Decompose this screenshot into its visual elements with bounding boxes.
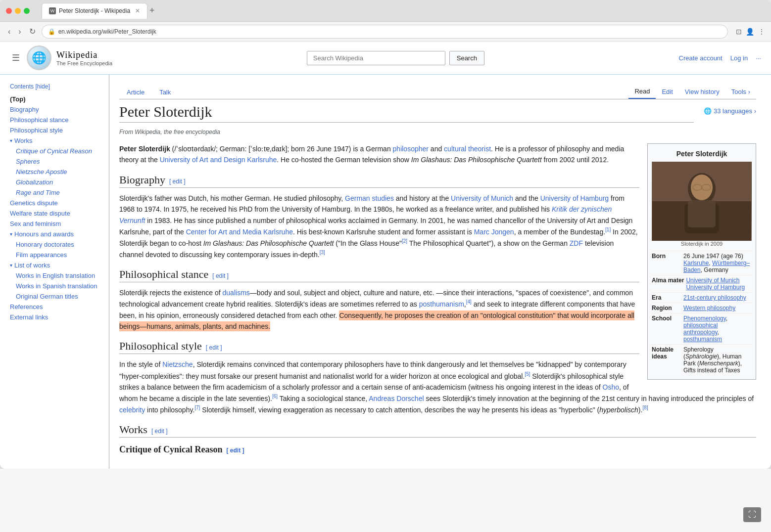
toc-item-philosophical-stance[interactable]: Philosophical stance [10, 115, 99, 125]
wiki-search-area: Search [307, 51, 484, 65]
wiki-header-right: Create account Log in ··· [679, 54, 761, 62]
philosophical-stance-title: Philosophical stance [119, 268, 208, 281]
toc-item-list-of-works[interactable]: ▾List of works [10, 260, 99, 270]
right-tabs: Read Edit View history Tools › [628, 85, 756, 99]
toc-item-top[interactable]: (Top) [10, 94, 99, 104]
works-title: Works [119, 423, 147, 436]
article-title-area: Peter Sloterdijk 🌐 33 languages › [119, 103, 756, 123]
tab-favicon: W [49, 7, 56, 14]
wiki-header: ☰ 🌐 Wikipedia The Free Encyclopedia Sear… [0, 42, 771, 75]
traffic-lights [6, 8, 30, 14]
more-button[interactable]: ··· [756, 54, 761, 62]
philosophical-style-heading: Philosophical style [ edit ] [119, 340, 639, 354]
tools-tab[interactable]: Tools › [725, 85, 756, 98]
philosophical-style-edit-link[interactable]: [ edit ] [206, 344, 222, 351]
toc-item-philosophical-style[interactable]: Philosophical style [10, 125, 99, 135]
toc-item-external-links[interactable]: External links [10, 312, 99, 322]
toc-item-english[interactable]: Works in English translation [10, 270, 99, 281]
tab-close-icon[interactable]: ✕ [135, 7, 140, 14]
svg-rect-5 [688, 200, 716, 227]
login-link[interactable]: Log in [730, 54, 748, 62]
toc-item-globalization[interactable]: Globalization [10, 177, 99, 187]
toc-item-honours[interactable]: ▾Honours and awards [10, 229, 99, 239]
toc-item-nietzsche[interactable]: Nietzsche Apostle [10, 167, 99, 177]
critique-heading: Critique of Cynical Reason [ edit ] [119, 444, 756, 455]
critique-edit-link[interactable]: [ edit ] [227, 447, 244, 454]
biography-title: Biography [119, 174, 165, 186]
wiki-logo-text: Wikipedia The Free Encyclopedia [56, 50, 112, 66]
forward-button[interactable]: › [16, 25, 23, 38]
works-heading: Works [ edit ] [119, 423, 756, 438]
infobox-row-school: School Phenomenology, philosophical anth… [652, 313, 752, 344]
maximize-button[interactable] [24, 8, 30, 14]
infobox-photo [652, 162, 752, 241]
works-edit-link[interactable]: [ edit ] [151, 428, 168, 435]
reload-button[interactable]: ↻ [27, 25, 38, 38]
article-tab[interactable]: Article [119, 85, 152, 99]
minimize-button[interactable] [15, 8, 21, 14]
create-account-link[interactable]: Create account [679, 54, 723, 62]
toc-item-works[interactable]: ▾Works [10, 135, 99, 146]
toc-item-references[interactable]: References [10, 302, 99, 312]
infobox-row-notable: Notable ideas Spherology (Sphärologie), … [652, 344, 752, 375]
address-bar[interactable]: 🔒 en.wikipedia.org/wiki/Peter_Sloterdijk [42, 25, 728, 39]
notable-label: Notable ideas [652, 346, 681, 374]
wiki-search-input[interactable] [307, 51, 445, 65]
toc-item-rage[interactable]: Rage and Time [10, 187, 99, 198]
infobox-row-era: Era 21st-century philosophy [652, 292, 752, 303]
tab-title: Peter Sloterdijk - Wikipedia [59, 7, 130, 14]
intro-section: Peter Sloterdijk [119, 143, 756, 459]
era-value: 21st-century philosophy [683, 294, 746, 301]
alma-value: University of MunichUniversity of Hambur… [686, 277, 745, 291]
born-value: 26 June 1947 (age 76)Karlsruhe, Württemb… [683, 253, 752, 273]
infobox-row-born: Born 26 June 1947 (age 76)Karlsruhe, Wür… [652, 251, 752, 275]
toc-item-honorary-doctorates[interactable]: Honorary doctorates [10, 239, 99, 250]
toc-item-welfare[interactable]: Welfare state dispute [10, 208, 99, 219]
born-label: Born [652, 253, 681, 273]
edit-tab[interactable]: Edit [656, 85, 678, 98]
alma-label: Alma mater [652, 277, 684, 291]
url-display: en.wikipedia.org/wiki/Peter_Sloterdijk [58, 28, 156, 35]
infobox: Peter Sloterdijk [647, 143, 756, 380]
toc-item-spheres[interactable]: Spheres [10, 156, 99, 167]
nav-bar: ‹ › ↻ 🔒 en.wikipedia.org/wiki/Peter_Slot… [0, 22, 771, 42]
browser-window: W Peter Sloterdijk - Wikipedia ✕ + ‹ › ↻… [0, 0, 771, 469]
tabs-and-actions: Article Talk Read Edit View history Tool… [119, 85, 756, 99]
critique-title: Critique of Cynical Reason [119, 444, 223, 455]
language-selector[interactable]: 🌐 33 languages › [704, 107, 756, 115]
toc-item-german[interactable]: Original German titles [10, 291, 99, 302]
toc-item-sex[interactable]: Sex and feminism [10, 219, 99, 229]
back-button[interactable]: ‹ [6, 25, 12, 38]
wiki-menu-button[interactable]: ☰ [10, 50, 22, 65]
wiki-search-button[interactable]: Search [449, 51, 484, 65]
wiki-article: Article Talk Read Edit View history Tool… [109, 75, 771, 469]
view-history-tab[interactable]: View history [679, 85, 725, 98]
toc-item-biography[interactable]: Biography [10, 104, 99, 115]
region-value: Western philosophy [683, 305, 735, 311]
tab-bar: W Peter Sloterdijk - Wikipedia ✕ + [42, 3, 746, 19]
more-options-icon[interactable]: ⋮ [758, 28, 765, 36]
new-tab-button[interactable]: + [149, 5, 155, 16]
era-label: Era [652, 294, 681, 301]
infobox-row-alma: Alma mater University of MunichUniversit… [652, 275, 752, 292]
philosophical-stance-heading: Philosophical stance [ edit ] [119, 268, 639, 282]
close-button[interactable] [6, 8, 12, 14]
infobox-title: Peter Sloterdijk [652, 148, 752, 162]
toc-item-genetics[interactable]: Genetics dispute [10, 198, 99, 208]
read-tab[interactable]: Read [628, 85, 656, 99]
wiki-logo-subtitle: The Free Encyclopedia [56, 60, 112, 66]
toc-item-film[interactable]: Film appearances [10, 250, 99, 260]
active-tab[interactable]: W Peter Sloterdijk - Wikipedia ✕ [42, 3, 147, 19]
browser-icons: ⊡ 👤 ⋮ [736, 28, 765, 36]
toc-hide-button[interactable]: [hide] [35, 83, 49, 90]
toc-item-critique[interactable]: Critique of Cynical Reason [10, 146, 99, 156]
philosophical-stance-edit-link[interactable]: [ edit ] [212, 272, 229, 279]
person-photo-svg [652, 162, 751, 241]
biography-heading: Biography [ edit ] [119, 174, 639, 188]
talk-tab[interactable]: Talk [152, 85, 178, 99]
philosophical-style-title: Philosophical style [119, 340, 202, 353]
toc-header: Contents [hide] [10, 83, 99, 90]
biography-edit-link[interactable]: [ edit ] [169, 178, 186, 185]
toc-title: Contents [10, 83, 35, 90]
toc-item-spanish[interactable]: Works in Spanish translation [10, 281, 99, 291]
